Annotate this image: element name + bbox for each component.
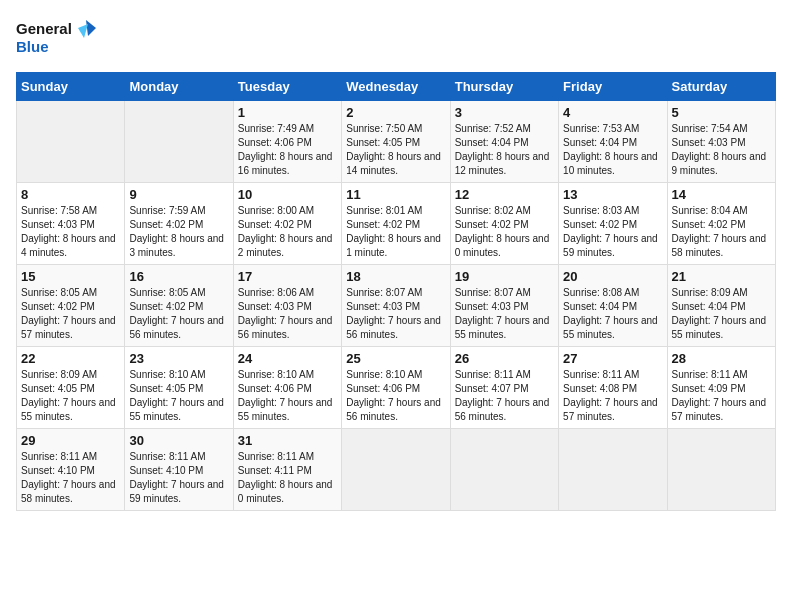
day-info: Sunrise: 8:09 AMSunset: 4:05 PMDaylight:… xyxy=(21,368,120,424)
day-number: 2 xyxy=(346,105,445,120)
day-info: Sunrise: 8:11 AMSunset: 4:10 PMDaylight:… xyxy=(21,450,120,506)
calendar-table: SundayMondayTuesdayWednesdayThursdayFrid… xyxy=(16,72,776,511)
day-info: Sunrise: 7:59 AMSunset: 4:02 PMDaylight:… xyxy=(129,204,228,260)
day-number: 31 xyxy=(238,433,337,448)
day-number: 30 xyxy=(129,433,228,448)
day-number: 22 xyxy=(21,351,120,366)
day-info: Sunrise: 8:06 AMSunset: 4:03 PMDaylight:… xyxy=(238,286,337,342)
calendar-week-5: 29Sunrise: 8:11 AMSunset: 4:10 PMDayligh… xyxy=(17,429,776,511)
calendar-cell: 31Sunrise: 8:11 AMSunset: 4:11 PMDayligh… xyxy=(233,429,341,511)
day-info: Sunrise: 8:10 AMSunset: 4:05 PMDaylight:… xyxy=(129,368,228,424)
day-number: 23 xyxy=(129,351,228,366)
calendar-cell xyxy=(559,429,667,511)
calendar-body: 1Sunrise: 7:49 AMSunset: 4:06 PMDaylight… xyxy=(17,101,776,511)
svg-marker-2 xyxy=(86,20,96,36)
calendar-week-3: 15Sunrise: 8:05 AMSunset: 4:02 PMDayligh… xyxy=(17,265,776,347)
day-info: Sunrise: 8:07 AMSunset: 4:03 PMDaylight:… xyxy=(346,286,445,342)
day-info: Sunrise: 8:11 AMSunset: 4:08 PMDaylight:… xyxy=(563,368,662,424)
day-number: 27 xyxy=(563,351,662,366)
weekday-header-sunday: Sunday xyxy=(17,73,125,101)
day-info: Sunrise: 8:11 AMSunset: 4:11 PMDaylight:… xyxy=(238,450,337,506)
day-number: 18 xyxy=(346,269,445,284)
calendar-cell: 24Sunrise: 8:10 AMSunset: 4:06 PMDayligh… xyxy=(233,347,341,429)
day-number: 11 xyxy=(346,187,445,202)
weekday-header-thursday: Thursday xyxy=(450,73,558,101)
day-info: Sunrise: 8:00 AMSunset: 4:02 PMDaylight:… xyxy=(238,204,337,260)
calendar-week-2: 8Sunrise: 7:58 AMSunset: 4:03 PMDaylight… xyxy=(17,183,776,265)
calendar-cell: 11Sunrise: 8:01 AMSunset: 4:02 PMDayligh… xyxy=(342,183,450,265)
day-info: Sunrise: 7:53 AMSunset: 4:04 PMDaylight:… xyxy=(563,122,662,178)
day-number: 26 xyxy=(455,351,554,366)
calendar-cell: 14Sunrise: 8:04 AMSunset: 4:02 PMDayligh… xyxy=(667,183,775,265)
day-number: 19 xyxy=(455,269,554,284)
day-number: 29 xyxy=(21,433,120,448)
weekday-header-friday: Friday xyxy=(559,73,667,101)
day-number: 25 xyxy=(346,351,445,366)
svg-text:Blue: Blue xyxy=(16,38,49,55)
day-info: Sunrise: 7:49 AMSunset: 4:06 PMDaylight:… xyxy=(238,122,337,178)
day-info: Sunrise: 8:09 AMSunset: 4:04 PMDaylight:… xyxy=(672,286,771,342)
day-info: Sunrise: 8:02 AMSunset: 4:02 PMDaylight:… xyxy=(455,204,554,260)
calendar-cell: 2Sunrise: 7:50 AMSunset: 4:05 PMDaylight… xyxy=(342,101,450,183)
day-info: Sunrise: 7:58 AMSunset: 4:03 PMDaylight:… xyxy=(21,204,120,260)
day-number: 4 xyxy=(563,105,662,120)
calendar-cell: 26Sunrise: 8:11 AMSunset: 4:07 PMDayligh… xyxy=(450,347,558,429)
calendar-cell: 12Sunrise: 8:02 AMSunset: 4:02 PMDayligh… xyxy=(450,183,558,265)
day-info: Sunrise: 8:11 AMSunset: 4:07 PMDaylight:… xyxy=(455,368,554,424)
day-number: 3 xyxy=(455,105,554,120)
calendar-cell xyxy=(17,101,125,183)
calendar-cell: 8Sunrise: 7:58 AMSunset: 4:03 PMDaylight… xyxy=(17,183,125,265)
day-info: Sunrise: 8:01 AMSunset: 4:02 PMDaylight:… xyxy=(346,204,445,260)
day-number: 12 xyxy=(455,187,554,202)
calendar-cell: 20Sunrise: 8:08 AMSunset: 4:04 PMDayligh… xyxy=(559,265,667,347)
weekday-header-tuesday: Tuesday xyxy=(233,73,341,101)
calendar-cell: 13Sunrise: 8:03 AMSunset: 4:02 PMDayligh… xyxy=(559,183,667,265)
day-info: Sunrise: 8:05 AMSunset: 4:02 PMDaylight:… xyxy=(21,286,120,342)
calendar-cell: 27Sunrise: 8:11 AMSunset: 4:08 PMDayligh… xyxy=(559,347,667,429)
calendar-cell: 15Sunrise: 8:05 AMSunset: 4:02 PMDayligh… xyxy=(17,265,125,347)
weekday-header-wednesday: Wednesday xyxy=(342,73,450,101)
day-number: 15 xyxy=(21,269,120,284)
day-number: 14 xyxy=(672,187,771,202)
calendar-cell: 30Sunrise: 8:11 AMSunset: 4:10 PMDayligh… xyxy=(125,429,233,511)
calendar-cell: 25Sunrise: 8:10 AMSunset: 4:06 PMDayligh… xyxy=(342,347,450,429)
calendar-cell: 22Sunrise: 8:09 AMSunset: 4:05 PMDayligh… xyxy=(17,347,125,429)
day-info: Sunrise: 7:54 AMSunset: 4:03 PMDaylight:… xyxy=(672,122,771,178)
calendar-cell xyxy=(342,429,450,511)
day-info: Sunrise: 8:11 AMSunset: 4:10 PMDaylight:… xyxy=(129,450,228,506)
svg-marker-3 xyxy=(78,24,88,38)
day-info: Sunrise: 8:05 AMSunset: 4:02 PMDaylight:… xyxy=(129,286,228,342)
svg-text:General: General xyxy=(16,20,72,37)
calendar-cell: 10Sunrise: 8:00 AMSunset: 4:02 PMDayligh… xyxy=(233,183,341,265)
calendar-cell: 4Sunrise: 7:53 AMSunset: 4:04 PMDaylight… xyxy=(559,101,667,183)
calendar-cell: 29Sunrise: 8:11 AMSunset: 4:10 PMDayligh… xyxy=(17,429,125,511)
logo-svg: General Blue xyxy=(16,16,96,60)
calendar-cell: 19Sunrise: 8:07 AMSunset: 4:03 PMDayligh… xyxy=(450,265,558,347)
day-number: 9 xyxy=(129,187,228,202)
day-number: 13 xyxy=(563,187,662,202)
page-header: General Blue xyxy=(16,16,776,60)
calendar-cell: 16Sunrise: 8:05 AMSunset: 4:02 PMDayligh… xyxy=(125,265,233,347)
day-info: Sunrise: 8:11 AMSunset: 4:09 PMDaylight:… xyxy=(672,368,771,424)
calendar-cell: 21Sunrise: 8:09 AMSunset: 4:04 PMDayligh… xyxy=(667,265,775,347)
day-number: 24 xyxy=(238,351,337,366)
logo: General Blue xyxy=(16,16,96,60)
day-number: 10 xyxy=(238,187,337,202)
calendar-cell: 18Sunrise: 8:07 AMSunset: 4:03 PMDayligh… xyxy=(342,265,450,347)
calendar-week-1: 1Sunrise: 7:49 AMSunset: 4:06 PMDaylight… xyxy=(17,101,776,183)
weekday-header-monday: Monday xyxy=(125,73,233,101)
day-info: Sunrise: 8:10 AMSunset: 4:06 PMDaylight:… xyxy=(346,368,445,424)
day-info: Sunrise: 8:08 AMSunset: 4:04 PMDaylight:… xyxy=(563,286,662,342)
day-info: Sunrise: 8:07 AMSunset: 4:03 PMDaylight:… xyxy=(455,286,554,342)
day-number: 20 xyxy=(563,269,662,284)
calendar-cell xyxy=(125,101,233,183)
calendar-cell: 23Sunrise: 8:10 AMSunset: 4:05 PMDayligh… xyxy=(125,347,233,429)
day-number: 5 xyxy=(672,105,771,120)
calendar-cell xyxy=(450,429,558,511)
calendar-cell: 9Sunrise: 7:59 AMSunset: 4:02 PMDaylight… xyxy=(125,183,233,265)
calendar-cell: 3Sunrise: 7:52 AMSunset: 4:04 PMDaylight… xyxy=(450,101,558,183)
day-info: Sunrise: 8:03 AMSunset: 4:02 PMDaylight:… xyxy=(563,204,662,260)
calendar-cell: 17Sunrise: 8:06 AMSunset: 4:03 PMDayligh… xyxy=(233,265,341,347)
day-info: Sunrise: 7:52 AMSunset: 4:04 PMDaylight:… xyxy=(455,122,554,178)
calendar-cell: 5Sunrise: 7:54 AMSunset: 4:03 PMDaylight… xyxy=(667,101,775,183)
